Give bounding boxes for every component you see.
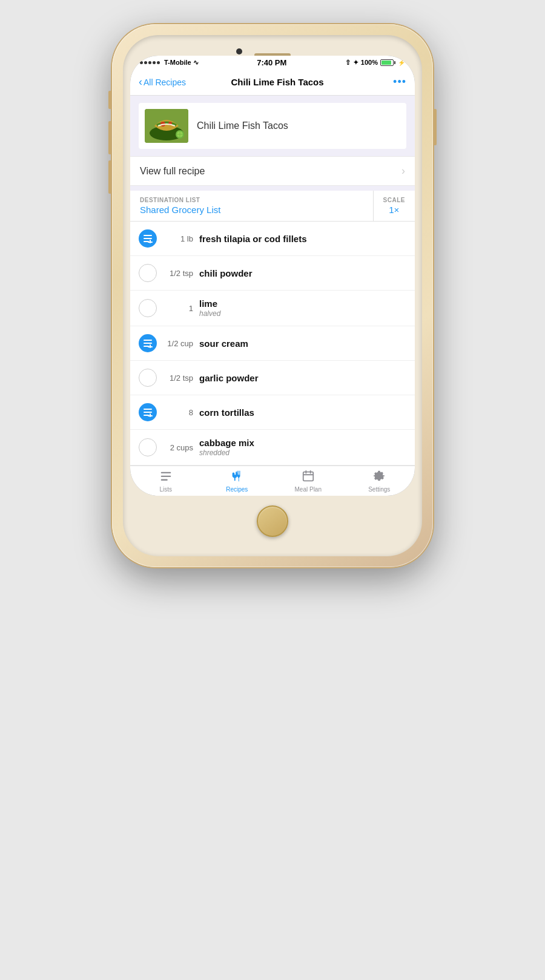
battery-body bbox=[380, 59, 394, 66]
ingredient-details: fresh tilapia or cod fillets bbox=[199, 234, 406, 244]
check-circle[interactable] bbox=[139, 264, 157, 282]
view-recipe-button[interactable]: View full recipe › bbox=[130, 156, 415, 186]
volume-down-button bbox=[108, 160, 111, 194]
tab-lists[interactable]: Lists bbox=[130, 466, 202, 496]
meal-plan-icon bbox=[302, 470, 315, 485]
navigation-bar: ‹ All Recipes Chili Lime Fish Tacos ••• bbox=[130, 69, 415, 96]
signal-dot-1 bbox=[140, 61, 143, 64]
tab-recipes[interactable]: Recipes bbox=[202, 466, 273, 496]
recipe-card: Chili Lime Fish Tacos bbox=[139, 103, 406, 149]
wifi-icon: ∿ bbox=[193, 59, 199, 67]
svg-rect-9 bbox=[144, 238, 152, 239]
tab-bar: Lists Recipes Meal Plan Settings bbox=[130, 465, 415, 496]
destination-header: DESTINATION LIST Shared Grocery List SCA… bbox=[130, 186, 415, 222]
list-icon[interactable] bbox=[139, 334, 157, 352]
ingredient-name: garlic powder bbox=[199, 373, 406, 383]
scale-value[interactable]: 1× bbox=[383, 205, 405, 215]
ingredient-note: shredded bbox=[199, 449, 406, 457]
list-icon[interactable] bbox=[139, 403, 157, 421]
tab-meal-plan[interactable]: Meal Plan bbox=[272, 466, 344, 496]
battery-pct: 100% bbox=[361, 59, 378, 66]
svg-rect-24 bbox=[161, 475, 171, 476]
status-time: 7:40 PM bbox=[257, 58, 286, 67]
ingredient-qty: 1/2 tsp bbox=[164, 373, 193, 383]
ingredient-row[interactable]: 2 cups cabbage mix shredded bbox=[130, 430, 415, 465]
svg-rect-25 bbox=[161, 479, 168, 480]
status-right: ⇧ ✦ 100% ⚡ bbox=[345, 59, 405, 67]
ingredient-details: garlic powder bbox=[199, 373, 406, 383]
recipe-image bbox=[145, 109, 188, 143]
screen: T-Mobile ∿ 7:40 PM ⇧ ✦ 100% ⚡ bbox=[130, 56, 415, 496]
svg-rect-13 bbox=[144, 340, 152, 341]
phone-inner-frame: T-Mobile ∿ 7:40 PM ⇧ ✦ 100% ⚡ bbox=[123, 35, 422, 556]
check-circle[interactable] bbox=[139, 299, 157, 317]
location-icon: ⇧ bbox=[345, 59, 351, 67]
lists-icon bbox=[159, 470, 173, 485]
scale-section[interactable]: SCALE 1× bbox=[374, 191, 415, 221]
front-camera bbox=[236, 48, 242, 54]
battery-icon bbox=[380, 59, 395, 66]
destination-section[interactable]: DESTINATION LIST Shared Grocery List bbox=[130, 191, 374, 221]
signal-bars bbox=[140, 61, 160, 64]
list-icon[interactable] bbox=[139, 229, 157, 248]
check-circle[interactable] bbox=[139, 438, 157, 456]
ingredient-qty: 8 bbox=[164, 408, 193, 417]
svg-rect-23 bbox=[161, 472, 171, 473]
ingredient-details: corn tortillas bbox=[199, 407, 406, 418]
recipes-icon bbox=[230, 470, 243, 485]
tab-label: Meal Plan bbox=[295, 486, 322, 493]
signal-dot-4 bbox=[153, 61, 156, 64]
page-title: Chili Lime Fish Tacos bbox=[162, 77, 393, 87]
view-recipe-label: View full recipe bbox=[140, 166, 205, 177]
recipe-section: Chili Lime Fish Tacos bbox=[130, 96, 415, 156]
svg-rect-22 bbox=[148, 415, 153, 416]
more-button[interactable]: ••• bbox=[393, 76, 406, 88]
svg-rect-26 bbox=[303, 472, 314, 481]
ingredient-row[interactable]: 1/2 tsp garlic powder bbox=[130, 361, 415, 395]
chevron-right-icon: › bbox=[401, 165, 405, 177]
home-button[interactable] bbox=[257, 505, 288, 537]
svg-rect-14 bbox=[144, 343, 152, 344]
battery-tip bbox=[394, 61, 395, 64]
bluetooth-icon: ✦ bbox=[353, 59, 358, 67]
ingredient-row[interactable]: 1/2 cup sour cream bbox=[130, 326, 415, 361]
status-left: T-Mobile ∿ bbox=[140, 59, 199, 67]
battery-fill bbox=[382, 61, 391, 65]
home-button-area bbox=[130, 496, 415, 549]
ingredient-qty: 2 cups bbox=[164, 443, 193, 452]
tab-settings[interactable]: Settings bbox=[344, 466, 415, 496]
ingredient-name: fresh tilapia or cod fillets bbox=[199, 234, 406, 244]
ingredient-details: cabbage mix shredded bbox=[199, 438, 406, 457]
ingredient-row[interactable]: 1 lb fresh tilapia or cod fillets bbox=[130, 222, 415, 256]
ingredients-list: 1 lb fresh tilapia or cod fillets 1/2 ts… bbox=[130, 222, 415, 465]
ingredient-row[interactable]: 8 corn tortillas bbox=[130, 395, 415, 430]
svg-rect-17 bbox=[148, 346, 153, 347]
check-circle[interactable] bbox=[139, 369, 157, 387]
tab-label: Lists bbox=[159, 486, 172, 493]
carrier-name: T-Mobile bbox=[164, 59, 191, 66]
charging-icon: ⚡ bbox=[398, 59, 405, 66]
scale-label: SCALE bbox=[383, 197, 405, 203]
ingredient-qty: 1/2 tsp bbox=[164, 269, 193, 278]
ingredient-name: corn tortillas bbox=[199, 407, 406, 418]
status-bar: T-Mobile ∿ 7:40 PM ⇧ ✦ 100% ⚡ bbox=[130, 56, 415, 69]
mute-button bbox=[108, 91, 111, 109]
back-arrow-icon: ‹ bbox=[139, 76, 142, 88]
ingredient-details: lime halved bbox=[199, 298, 406, 318]
svg-rect-12 bbox=[148, 242, 153, 243]
phone-top-area bbox=[130, 42, 415, 56]
ingredient-qty: 1 lb bbox=[164, 234, 193, 243]
phone-device: T-Mobile ∿ 7:40 PM ⇧ ✦ 100% ⚡ bbox=[112, 24, 433, 567]
destination-label: DESTINATION LIST bbox=[140, 197, 363, 203]
signal-dot-5 bbox=[157, 61, 160, 64]
ingredient-name: cabbage mix bbox=[199, 438, 406, 448]
ingredient-name: sour cream bbox=[199, 338, 406, 349]
signal-dot-3 bbox=[148, 61, 151, 64]
ingredient-row[interactable]: 1 lime halved bbox=[130, 291, 415, 326]
ingredient-details: sour cream bbox=[199, 338, 406, 349]
ingredient-note: halved bbox=[199, 309, 406, 318]
ingredient-row[interactable]: 1/2 tsp chili powder bbox=[130, 256, 415, 291]
settings-icon bbox=[372, 470, 386, 485]
destination-value[interactable]: Shared Grocery List bbox=[140, 205, 363, 215]
power-button bbox=[434, 109, 437, 145]
